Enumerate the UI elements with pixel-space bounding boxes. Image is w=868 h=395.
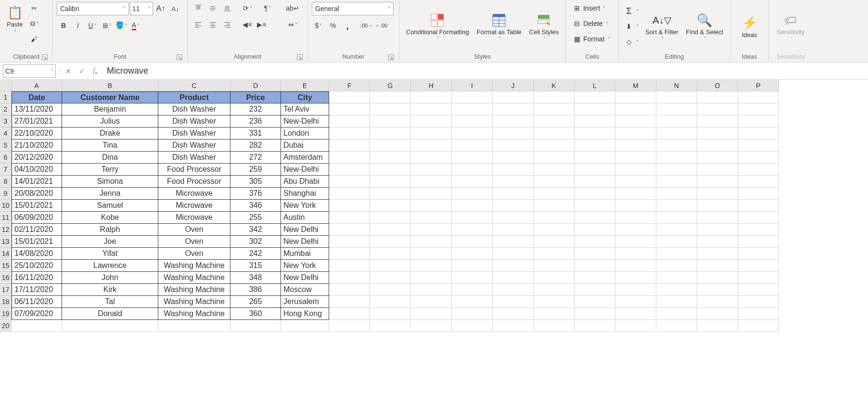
cell[interactable] (615, 164, 656, 176)
bold-button[interactable]: B (57, 19, 70, 32)
cell[interactable] (329, 320, 370, 332)
cell[interactable]: 06/09/2020 (12, 212, 62, 224)
align-top-button[interactable] (191, 2, 205, 14)
cell[interactable]: 331 (230, 127, 281, 140)
cell[interactable] (738, 296, 779, 308)
cell[interactable]: Yifat (62, 248, 158, 260)
cell[interactable]: Jenna (62, 188, 158, 200)
cell[interactable] (411, 248, 452, 260)
cell[interactable] (615, 152, 656, 164)
cell[interactable]: 06/11/2020 (12, 296, 62, 308)
cell[interactable]: Washing Machine (158, 272, 230, 284)
cell[interactable] (493, 188, 534, 200)
cell[interactable] (411, 152, 452, 164)
cell[interactable]: Ralph (62, 224, 158, 236)
cell[interactable] (615, 212, 656, 224)
cell[interactable]: New Delhi (281, 236, 329, 248)
cell[interactable] (574, 115, 615, 127)
cell[interactable] (738, 320, 779, 332)
cell[interactable] (534, 91, 574, 103)
row-header[interactable]: 8 (0, 176, 12, 188)
row-header[interactable]: 18 (0, 296, 12, 308)
cell[interactable] (452, 127, 493, 140)
cell[interactable]: Jerusalem (281, 296, 329, 308)
cell[interactable]: Product (158, 91, 230, 103)
cell[interactable] (697, 224, 738, 236)
cell[interactable] (615, 176, 656, 188)
cell[interactable] (452, 91, 493, 103)
column-header-B[interactable]: B (62, 80, 158, 91)
cell[interactable]: Julius (62, 115, 158, 127)
cell[interactable] (370, 284, 411, 296)
cell[interactable]: 14/08/2020 (12, 248, 62, 260)
cell[interactable] (656, 308, 697, 320)
cell[interactable] (329, 115, 370, 127)
cell[interactable] (452, 164, 493, 176)
cell[interactable]: 21/10/2020 (12, 140, 62, 152)
cell[interactable] (656, 188, 697, 200)
cell[interactable] (697, 320, 738, 332)
cell[interactable] (411, 224, 452, 236)
cell[interactable] (738, 176, 779, 188)
cell[interactable] (738, 140, 779, 152)
cells-area[interactable]: DateCustomer NameProductPriceCity13/11/2… (12, 91, 779, 332)
cell[interactable] (452, 284, 493, 296)
cell[interactable] (493, 248, 534, 260)
cell[interactable] (534, 127, 574, 140)
borders-button[interactable]: ⊞˅ (100, 19, 114, 32)
cell[interactable] (493, 272, 534, 284)
cell[interactable] (697, 260, 738, 272)
cell[interactable] (370, 140, 411, 152)
cell[interactable] (329, 224, 370, 236)
row-header[interactable]: 13 (0, 236, 12, 248)
cell[interactable]: 265 (230, 296, 281, 308)
cell[interactable] (493, 164, 534, 176)
cell[interactable]: Washing Machine (158, 260, 230, 272)
cell[interactable] (370, 127, 411, 140)
cell[interactable]: Joe (62, 236, 158, 248)
cell[interactable]: 255 (230, 212, 281, 224)
cell[interactable]: Dish Washer (158, 127, 230, 140)
cell[interactable]: 27/01/2021 (12, 115, 62, 127)
cell[interactable] (615, 296, 656, 308)
cell[interactable]: John (62, 272, 158, 284)
cell[interactable] (493, 140, 534, 152)
row-header[interactable]: 9 (0, 188, 12, 200)
increase-indent-button[interactable]: ▶≡ (255, 18, 268, 31)
cell[interactable] (697, 127, 738, 140)
cell[interactable] (615, 260, 656, 272)
cell[interactable] (738, 308, 779, 320)
cell[interactable]: New Delhi (281, 224, 329, 236)
cell[interactable] (615, 224, 656, 236)
row-header[interactable]: 11 (0, 212, 12, 224)
font-name-select[interactable]: Calibri˅ (57, 2, 129, 15)
cell-styles-button[interactable]: Cell Styles ˅ (526, 10, 562, 43)
cell[interactable]: 15/01/2021 (12, 200, 62, 212)
cell[interactable] (534, 200, 574, 212)
cell[interactable] (574, 127, 615, 140)
column-header-A[interactable]: A (12, 80, 62, 91)
cell[interactable]: 25/10/2020 (12, 260, 62, 272)
cell[interactable]: Food Processor (158, 176, 230, 188)
cell[interactable] (615, 320, 656, 332)
cell[interactable] (452, 200, 493, 212)
percent-button[interactable]: % (326, 19, 340, 32)
column-header-I[interactable]: I (452, 80, 493, 91)
cell[interactable] (411, 308, 452, 320)
cell[interactable] (370, 91, 411, 103)
cell[interactable] (656, 176, 697, 188)
cell[interactable] (493, 127, 534, 140)
cell[interactable]: 259 (230, 164, 281, 176)
decrease-indent-button[interactable]: ◀≡ (241, 18, 254, 31)
cell[interactable] (615, 188, 656, 200)
orientation-button[interactable]: ⟳˅ (241, 2, 254, 14)
cell[interactable] (411, 188, 452, 200)
row-header[interactable]: 5 (0, 140, 12, 152)
cell[interactable] (370, 272, 411, 284)
cell[interactable] (493, 224, 534, 236)
cell[interactable] (656, 127, 697, 140)
cell[interactable] (615, 308, 656, 320)
copy-button[interactable]: ⧉˅ (27, 17, 41, 30)
cell[interactable]: 17/11/2020 (12, 284, 62, 296)
number-format-select[interactable]: General˅ (312, 2, 394, 15)
